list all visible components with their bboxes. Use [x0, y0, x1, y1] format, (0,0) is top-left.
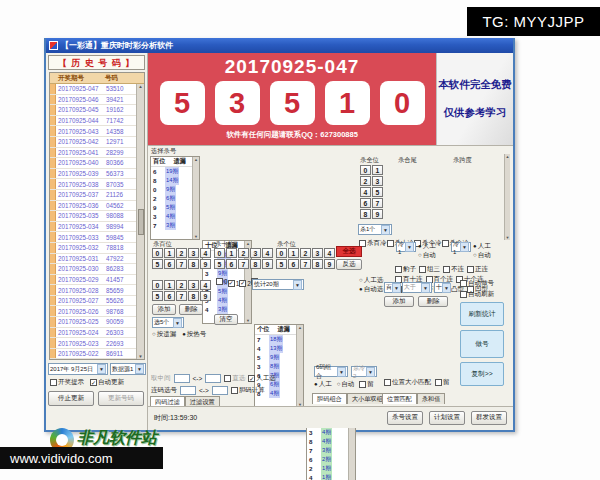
checkbox-icon[interactable]: [467, 266, 474, 273]
danma-manual-radio[interactable]: ●人工: [314, 380, 332, 389]
cold-kill-checkbox[interactable]: 杀百冷: [359, 239, 387, 248]
digit-checkbox[interactable]: 0: [216, 277, 228, 286]
digit-button[interactable]: 9: [324, 259, 335, 269]
keep-checkbox[interactable]: 留: [435, 378, 450, 387]
history-row[interactable]: 20170925-044 71742: [50, 116, 136, 127]
digit-button[interactable]: 4: [200, 248, 211, 258]
digit-button[interactable]: 8: [360, 209, 371, 219]
omission-row[interactable]: 59期: [255, 353, 296, 362]
checkbox-icon[interactable]: [384, 379, 391, 386]
history-row[interactable]: 20170925-042 12971: [50, 137, 136, 148]
digit-button[interactable]: 4: [200, 280, 211, 290]
digit-button[interactable]: 3: [188, 280, 199, 290]
omission-row[interactable]: 38期: [255, 362, 296, 371]
radio-icon[interactable]: ○: [152, 331, 156, 337]
omission-row[interactable]: 41期: [307, 473, 348, 480]
digit-button[interactable]: 5: [152, 259, 163, 269]
mode-radio[interactable]: ●自动选: [359, 285, 383, 294]
history-row[interactable]: 20170925-038 87035: [50, 179, 136, 190]
history-row[interactable]: 20170925-040 80366: [50, 158, 136, 169]
digit-button[interactable]: 0: [360, 165, 371, 175]
scroll-down-icon[interactable]: ▼: [138, 354, 142, 359]
kill-cold-select[interactable]: 杀冷2▼: [351, 366, 377, 377]
history-row[interactable]: 20170925-037 21126: [50, 190, 136, 201]
auto-refresh-checkbox[interactable]: 自动刷新: [460, 290, 494, 299]
invert-select-button[interactable]: 反选: [336, 259, 362, 270]
digit-button[interactable]: 7: [300, 259, 311, 269]
digit-button[interactable]: 9: [262, 259, 273, 269]
digit-checkbox[interactable]: ✓2: [239, 279, 251, 288]
digit-button[interactable]: 8: [250, 259, 261, 269]
condition-select[interactable]: 大于▼: [402, 282, 432, 293]
pattern-checkbox[interactable]: 豹子: [395, 265, 416, 274]
radio-icon[interactable]: ○: [418, 252, 422, 258]
radio-icon[interactable]: ●: [418, 243, 422, 249]
digit-button[interactable]: 0: [152, 280, 163, 290]
select-all-button[interactable]: 全选: [336, 246, 362, 257]
kill1-select[interactable]: 杀1个▼: [358, 224, 392, 235]
digit-button[interactable]: 7: [176, 291, 187, 301]
mode-radio[interactable]: ○人工选: [359, 276, 383, 285]
titlebar[interactable]: 【一彩通】重庆时时彩分析软件: [46, 38, 513, 53]
pattern-checkbox[interactable]: 正连: [467, 265, 488, 274]
maker-radio[interactable]: ●按热号: [182, 330, 206, 339]
digit-button[interactable]: 8: [188, 259, 199, 269]
history-row[interactable]: 20170925-047 53510: [50, 84, 136, 95]
stat-period-select[interactable]: 统计20期▼: [252, 279, 304, 290]
radio-icon[interactable]: ○: [359, 277, 363, 283]
dropdown-icon[interactable]: ▼: [97, 364, 106, 374]
omission-row[interactable]: 34期: [151, 212, 192, 221]
checkbox-icon[interactable]: [443, 266, 450, 273]
checkbox-icon[interactable]: [395, 266, 402, 273]
history-row[interactable]: 20170925-039 56373: [50, 169, 136, 180]
radio-icon[interactable]: ○: [337, 381, 341, 387]
radio-icon[interactable]: ●: [314, 381, 318, 387]
tab-kill-sum[interactable]: 杀和值: [417, 393, 446, 404]
omission-row[interactable]: 73期: [151, 221, 192, 230]
digit-button[interactable]: 3: [188, 248, 199, 258]
dropdown-icon[interactable]: ▼: [135, 364, 144, 374]
omission-row[interactable]: 95期: [151, 203, 192, 212]
omission-row[interactable]: 814期: [151, 176, 192, 185]
omission-row[interactable]: 43期: [203, 305, 244, 314]
auto-radio[interactable]: ○自动: [418, 251, 436, 260]
omission-row[interactable]: 413期: [255, 344, 296, 353]
list-scrollbar[interactable]: ▲▼: [296, 325, 303, 407]
scroll-thumb[interactable]: [138, 209, 144, 235]
history-row[interactable]: 20170925-041 28299: [50, 148, 136, 159]
digit-button[interactable]: 6: [164, 259, 175, 269]
posmatch-add-button[interactable]: 添加: [384, 296, 414, 307]
pattern-checkbox[interactable]: 组三: [419, 265, 440, 274]
checkbox-icon[interactable]: [231, 387, 238, 394]
digit-button[interactable]: 9: [200, 291, 211, 301]
serial-min-input[interactable]: [180, 386, 196, 395]
auto-update-checkbox[interactable]: ✓ 自动更新: [90, 378, 124, 387]
checkbox-icon[interactable]: ✓: [248, 375, 255, 382]
history-scrollbar[interactable]: ▲ ▼: [136, 84, 144, 359]
pos2-select[interactable]: 十▼: [434, 282, 450, 293]
maker-radio[interactable]: ○按遗漏: [152, 330, 176, 339]
digit-button[interactable]: 7: [372, 198, 383, 208]
omission-row[interactable]: 21期: [307, 464, 348, 473]
digit-button[interactable]: 6: [288, 259, 299, 269]
danma-calc-checkbox[interactable]: 胆码计算: [231, 386, 265, 395]
digit-button[interactable]: 9: [200, 259, 211, 269]
omission-row[interactable]: 09期: [151, 185, 192, 194]
checkbox-icon[interactable]: [387, 240, 394, 247]
radio-icon[interactable]: ○: [473, 252, 477, 258]
tab-position-match[interactable]: 位置匹配: [382, 393, 417, 404]
checkbox-icon[interactable]: [224, 375, 231, 382]
tab-danma-combo[interactable]: 胆码组合: [312, 393, 347, 404]
draw-tip-checkbox[interactable]: 开奖提示: [50, 378, 84, 387]
digit-button[interactable]: 8: [188, 291, 199, 301]
digit-button[interactable]: 8: [312, 259, 323, 269]
digit-button[interactable]: 6: [164, 291, 175, 301]
digit-button[interactable]: 3: [250, 248, 261, 258]
manual-radio[interactable]: ●人工: [473, 242, 491, 251]
range-min-input[interactable]: [174, 374, 190, 383]
history-row[interactable]: 20170925-025 90059: [50, 317, 136, 328]
omission-row[interactable]: 34期: [307, 428, 348, 437]
digit-button[interactable]: 6: [226, 259, 237, 269]
checkbox-icon[interactable]: [359, 381, 366, 388]
checkbox-icon[interactable]: [435, 379, 442, 386]
